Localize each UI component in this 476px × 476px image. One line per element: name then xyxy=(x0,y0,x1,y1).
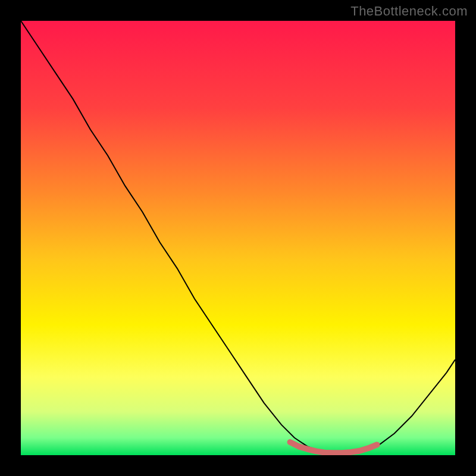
chart-svg xyxy=(21,21,455,455)
chart-background xyxy=(21,21,455,455)
watermark-text: TheBottleneck.com xyxy=(350,4,468,19)
chart-area xyxy=(21,21,455,455)
